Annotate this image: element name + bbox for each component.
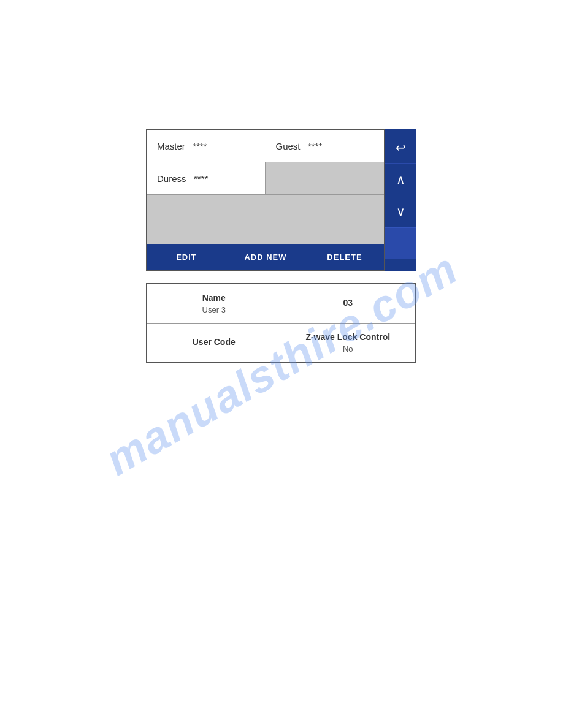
duress-label: Duress **** [157,173,208,184]
info-row-2: User Code Z-wave Lock Control No [147,324,415,362]
zwave-label: Z-wave Lock Control [305,332,390,342]
zwave-cell: Z-wave Lock Control No [282,324,415,362]
top-panel-main: Master **** Guest **** Duress **** EDIT … [146,129,385,271]
action-buttons-row: EDIT ADD NEW DELETE [147,244,384,270]
watermark: manualsthire.com [0,0,563,728]
id-cell: 03 [282,284,415,323]
info-row-1: Name User 3 03 [147,284,415,324]
down-icon: ∨ [396,204,405,219]
name-label: Name [202,293,226,303]
master-label: Master **** [157,141,207,151]
top-panel-container: Master **** Guest **** Duress **** EDIT … [146,129,416,271]
side-nav: ↩ ∧ ∨ [385,129,416,271]
delete-button[interactable]: DELETE [305,244,384,270]
name-value: User 3 [202,305,226,314]
extra-nav-button[interactable] [385,227,416,259]
zwave-value: No [343,344,353,354]
bottom-panel: Name User 3 03 User Code Z-wave Lock Con… [146,283,416,363]
guest-user-cell[interactable]: Guest **** [266,130,385,162]
user-code-cell: User Code [147,324,282,362]
id-label: 03 [343,298,353,308]
up-icon: ∧ [396,172,405,187]
watermark-text: manualsthire.com [97,243,466,485]
down-button[interactable]: ∨ [385,195,416,227]
up-button[interactable]: ∧ [385,164,416,195]
user-code-label: User Code [193,337,236,347]
back-icon: ↩ [396,140,406,155]
guest-label: Guest **** [276,141,323,151]
edit-button[interactable]: EDIT [147,244,226,270]
master-user-cell[interactable]: Master **** [147,130,266,162]
duress-row: Duress **** [147,162,384,195]
duress-cell[interactable]: Duress **** [147,162,266,194]
back-button[interactable]: ↩ [385,132,416,164]
name-cell: Name User 3 [147,284,282,323]
add-new-button[interactable]: ADD NEW [226,244,305,270]
users-row: Master **** Guest **** [147,130,384,162]
duress-empty [266,162,384,194]
empty-area [147,195,384,244]
